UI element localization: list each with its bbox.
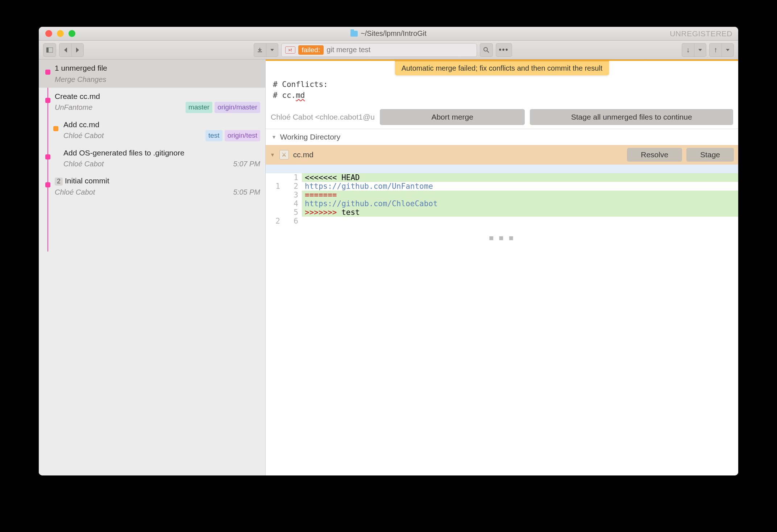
- forward-button[interactable]: [71, 43, 84, 57]
- back-button[interactable]: [59, 43, 71, 57]
- section-label: Working Directory: [280, 133, 340, 141]
- svg-line-4: [487, 51, 489, 53]
- graph-node-icon: [45, 98, 50, 103]
- commit-subtitle: UnFantome master origin/master: [55, 102, 260, 113]
- commit-title: Add cc.md: [63, 119, 260, 130]
- close-window-button[interactable]: [45, 30, 52, 37]
- working-directory-header[interactable]: ▼ Working Directory: [266, 129, 738, 145]
- file-name: cc.md: [293, 150, 623, 159]
- graph-node-icon: [53, 126, 58, 131]
- commit-time: 5:07 PM: [233, 158, 260, 169]
- commit-title: 2Initial commit: [55, 175, 260, 187]
- stash-button[interactable]: [254, 43, 266, 57]
- command-bar[interactable]: >! failed: git merge test: [281, 43, 477, 57]
- count-badge: 2: [55, 178, 63, 186]
- svg-rect-2: [258, 51, 262, 52]
- commit-time: 5:05 PM: [233, 187, 260, 198]
- failed-badge: failed:: [298, 45, 324, 55]
- merge-failed-banner: Automatic merge failed; fix conflicts an…: [395, 60, 609, 75]
- diff-line: https://github.com/UnFantome: [302, 182, 738, 191]
- commit-row[interactable]: Add OS-generated files to .gitignore Chl…: [39, 144, 265, 173]
- commit-subtitle: Chloé Cabot test origin/test: [63, 130, 260, 141]
- app-window: ~/Sites/lpmn/IntroGit UNREGISTERED: [39, 27, 738, 475]
- commit-message-line: # Conflicts:: [273, 79, 731, 90]
- push-menu-button[interactable]: [722, 43, 734, 57]
- terminal-error-icon: >!: [285, 46, 295, 54]
- branch-badge[interactable]: origin/test: [225, 130, 260, 141]
- author-field[interactable]: Chloé Cabot <chloe.cabot1@u: [271, 113, 375, 121]
- stage-all-button[interactable]: Stage all unmerged files to continue: [530, 109, 733, 125]
- more-button[interactable]: •••: [496, 43, 512, 57]
- nav-group: [59, 43, 84, 57]
- ellipsis-icon: •••: [499, 46, 509, 54]
- unregistered-label: UNREGISTERED: [670, 29, 732, 38]
- search-button[interactable]: [480, 43, 493, 57]
- commit-row[interactable]: Create cc.md UnFantome master origin/mas…: [39, 88, 265, 116]
- stage-file-button[interactable]: Stage: [686, 148, 734, 162]
- merge-action-row: Chloé Cabot <chloe.cabot1@u Abort merge …: [266, 105, 738, 129]
- branch-badge[interactable]: master: [186, 102, 212, 113]
- diff-line: https://github.com/ChloeCabot: [302, 199, 738, 208]
- commit-list: 1 unmerged file Merge Changes Create cc.…: [39, 59, 266, 475]
- disclosure-triangle-icon: ▼: [270, 152, 275, 158]
- window-title: ~/Sites/lpmn/IntroGit: [39, 29, 738, 38]
- detail-pane: Automatic merge failed; fix conflicts an…: [266, 59, 738, 475]
- conflicted-file-row[interactable]: ▼ ⚔ cc.md Resolve Stage: [266, 145, 738, 165]
- diff-line: >>>>>>> test: [302, 208, 738, 217]
- graph-node-icon: [45, 154, 50, 159]
- push-button[interactable]: [709, 43, 722, 57]
- body: 1 unmerged file Merge Changes Create cc.…: [39, 59, 738, 475]
- commit-row[interactable]: 1 unmerged file Merge Changes: [39, 59, 265, 88]
- commit-subtitle: Chloé Cabot 5:05 PM: [55, 187, 260, 198]
- commit-row[interactable]: 2Initial commit Chloé Cabot 5:05 PM: [39, 172, 265, 200]
- stash-group: [254, 43, 278, 57]
- toolbar: >! failed: git merge test •••: [39, 41, 738, 59]
- zoom-window-button[interactable]: [68, 30, 75, 37]
- commit-title: Create cc.md: [55, 91, 260, 102]
- resolve-button[interactable]: Resolve: [627, 148, 682, 162]
- diff-line: [302, 217, 738, 225]
- diff-line: =======: [302, 191, 738, 199]
- graph-node-icon: [45, 182, 50, 187]
- commit-subtitle: Merge Changes: [55, 74, 260, 85]
- commit-subtitle: Chloé Cabot 5:07 PM: [63, 158, 260, 169]
- commit-title: 1 unmerged file: [55, 62, 260, 74]
- pull-menu-button[interactable]: [694, 43, 706, 57]
- hunk-separator: ■ ■ ■: [266, 225, 738, 251]
- svg-rect-1: [46, 47, 49, 53]
- push-group: [709, 43, 734, 57]
- folder-icon: [350, 31, 358, 37]
- abort-merge-button[interactable]: Abort merge: [380, 109, 525, 125]
- traffic-lights: [39, 30, 75, 37]
- commit-row[interactable]: Add cc.md Chloé Cabot test origin/test: [39, 116, 265, 144]
- graph-node-icon: [45, 70, 50, 75]
- disclosure-triangle-icon: ▼: [271, 134, 277, 140]
- pull-group: [682, 43, 706, 57]
- branch-badge[interactable]: test: [205, 130, 223, 141]
- diff-line: <<<<<<< HEAD: [302, 173, 738, 182]
- conflict-icon: ⚔: [279, 150, 289, 159]
- commit-message-line: # cc.md: [273, 90, 731, 101]
- minimize-window-button[interactable]: [57, 30, 64, 37]
- sidebar-toggle-button[interactable]: [43, 43, 56, 57]
- pull-button[interactable]: [682, 43, 694, 57]
- titlebar: ~/Sites/lpmn/IntroGit UNREGISTERED: [39, 27, 738, 41]
- stash-menu-button[interactable]: [266, 43, 278, 57]
- svg-point-3: [484, 47, 487, 51]
- branch-badge[interactable]: origin/master: [215, 102, 260, 113]
- commit-title: Add OS-generated files to .gitignore: [63, 147, 260, 159]
- diff-view: 1<<<<<<< HEAD 12https://github.com/UnFan…: [266, 165, 738, 225]
- command-text: git merge test: [327, 46, 370, 54]
- window-title-text: ~/Sites/lpmn/IntroGit: [361, 29, 427, 38]
